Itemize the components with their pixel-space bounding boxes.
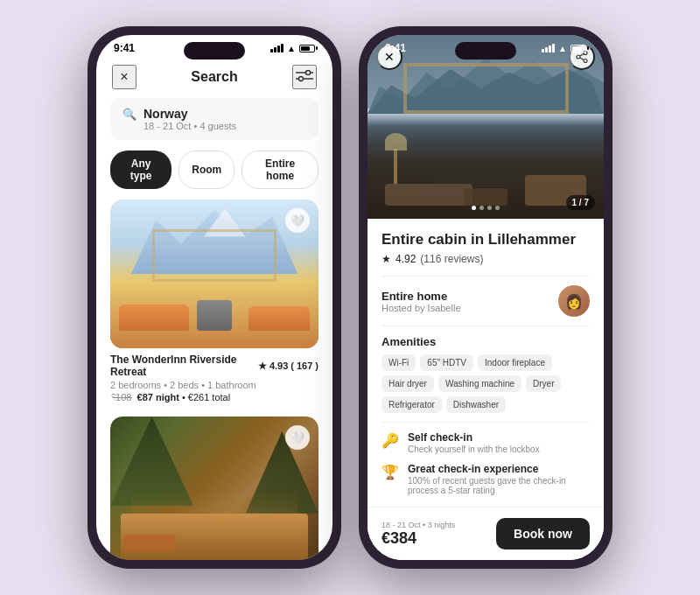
wifi-right-icon: ▲ xyxy=(558,44,567,53)
amenity-fireplace: Indoor fireplace xyxy=(478,354,552,371)
dynamic-island-right xyxy=(455,42,516,60)
listing-title: Entire cabin in Lillehammer xyxy=(382,231,590,248)
svg-line-8 xyxy=(580,58,584,60)
signal-right-icon xyxy=(542,44,555,52)
checkin-icon: 🔑 xyxy=(382,432,399,449)
book-now-button[interactable]: Book now xyxy=(496,518,590,550)
divider-2 xyxy=(382,326,590,326)
reviews-count: (116 reviews) xyxy=(420,253,483,265)
svg-point-6 xyxy=(584,60,587,63)
great-checkin-title: Great check-in experience xyxy=(408,463,590,475)
left-screen: 9:41 ▲ × xyxy=(96,35,332,560)
battery-icon xyxy=(299,45,315,52)
amenity-wifi: Wi-Fi xyxy=(382,354,416,371)
search-title: Search xyxy=(191,69,237,85)
self-checkin-row: 🔑 Self check-in Check yourself in with t… xyxy=(382,431,590,454)
filter-button[interactable] xyxy=(292,65,317,89)
left-phone: 9:41 ▲ × xyxy=(88,26,341,569)
wishlist-button-2[interactable]: 🤍 xyxy=(285,425,310,450)
listing-price-1: €108 €87 night • €261 total xyxy=(110,392,318,402)
divider-1 xyxy=(382,276,590,276)
search-header: × Search xyxy=(96,58,332,98)
amenity-hairdryer: Hair dryer xyxy=(382,375,434,392)
right-phone: 9:41 ▲ xyxy=(359,26,612,569)
host-type: Entire home xyxy=(382,290,461,303)
host-avatar: 👩 xyxy=(558,285,590,317)
search-icon: 🔍 xyxy=(122,108,136,121)
footer-price: €384 xyxy=(382,529,455,548)
svg-point-1 xyxy=(306,71,311,75)
battery-right-icon xyxy=(570,45,586,52)
svg-point-3 xyxy=(299,77,304,81)
filter-any-type[interactable]: Any type xyxy=(110,150,172,189)
star-checkin-icon: 🏆 xyxy=(382,464,399,480)
close-button[interactable]: × xyxy=(112,65,136,89)
status-icons-right: ▲ xyxy=(542,44,586,53)
time-right: 9:41 xyxy=(385,42,406,54)
wifi-icon: ▲ xyxy=(287,44,296,53)
photo-dots xyxy=(472,206,500,210)
listing-info-1: The WonderInn Riverside Retreat ★ 4.93 (… xyxy=(110,348,318,402)
detail-rating: ★ 4.92 (116 reviews) xyxy=(382,253,590,265)
listing-image-2: 🤍 xyxy=(110,416,318,560)
divider-3 xyxy=(382,422,590,423)
listing-rating-1: ★ 4.93 (167) xyxy=(258,360,318,372)
rating-value: 4.92 xyxy=(396,253,416,265)
amenity-tags: Wi-Fi 65" HDTV Indoor fireplace Hair dry… xyxy=(382,354,590,413)
amenities-section: Amenities Wi-Fi 65" HDTV Indoor fireplac… xyxy=(382,335,590,413)
amenities-title: Amenities xyxy=(382,335,590,348)
listing-card-1[interactable]: 🤍 The WonderInn Riverside Retreat ★ 4.93… xyxy=(110,200,318,402)
amenity-dishwasher: Dishwasher xyxy=(446,396,506,413)
listing-card-2[interactable]: 🤍 xyxy=(110,416,318,560)
amenity-dryer: Dryer xyxy=(526,375,561,392)
signal-icon xyxy=(270,44,284,52)
checkin-desc: Check yourself in with the lockbox xyxy=(408,444,540,454)
status-icons-left: ▲ xyxy=(270,44,315,53)
star-icon: ★ xyxy=(382,253,391,265)
wishlist-button-1[interactable]: 🤍 xyxy=(285,208,310,233)
great-checkin-desc: 100% of recent guests gave the check-in … xyxy=(408,476,590,495)
amenity-hdtv: 65" HDTV xyxy=(420,354,473,371)
amenity-washer: Washing machine xyxy=(438,375,522,392)
filter-entire-home[interactable]: Entire home xyxy=(242,150,318,189)
listing-image-1: 🤍 xyxy=(110,200,318,348)
time-left: 9:41 xyxy=(114,42,135,54)
amenity-fridge: Refrigerator xyxy=(382,396,442,413)
host-row: Entire home Hosted by Isabelle 👩 xyxy=(382,285,590,317)
search-detail: 18 - 21 Oct • 4 guests xyxy=(144,121,236,131)
checkin-title: Self check-in xyxy=(408,431,540,444)
listing-name-1: The WonderInn Riverside Retreat xyxy=(110,354,258,378)
search-location: Norway xyxy=(144,107,236,121)
footer-dates: 18 - 21 Oct • 3 nights xyxy=(382,521,455,529)
filter-icon xyxy=(296,70,313,84)
right-screen: 9:41 ▲ xyxy=(368,35,604,560)
type-filters: Any type Room Entire home xyxy=(96,150,332,200)
detail-hero-image: ✕ 1 / 7 xyxy=(368,35,604,219)
host-name: Hosted by Isabelle xyxy=(382,303,461,313)
search-bar[interactable]: 🔍 Norway 18 - 21 Oct • 4 guests xyxy=(110,98,318,140)
photo-counter: 1 / 7 xyxy=(566,195,595,210)
detail-footer: 18 - 21 Oct • 3 nights €384 Book now xyxy=(368,507,604,560)
filter-room[interactable]: Room xyxy=(178,150,234,189)
great-checkin-row: 🏆 Great check-in experience 100% of rece… xyxy=(382,463,590,495)
listing-beds-1: 2 bedrooms • 2 beds • 1 bathroom xyxy=(110,380,318,390)
dynamic-island-left xyxy=(184,42,245,60)
listings-container: 🤍 The WonderInn Riverside Retreat ★ 4.93… xyxy=(96,200,332,560)
